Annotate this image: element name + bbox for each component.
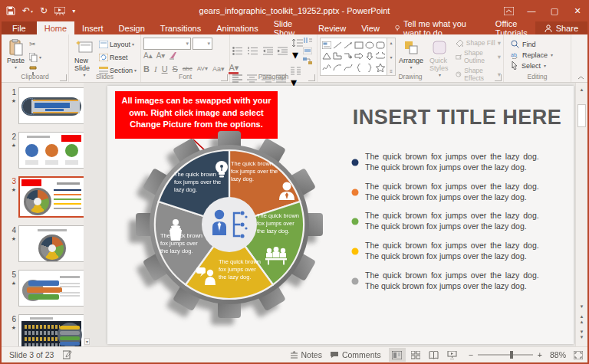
gear-graphic xyxy=(114,110,344,339)
align-text-button[interactable] xyxy=(303,48,312,54)
shape-outline-button[interactable]: Shape Outline▾ xyxy=(456,49,501,64)
text-direction-button[interactable] xyxy=(303,38,312,44)
thumbnail-slide-4[interactable]: 4★ xyxy=(3,225,84,262)
thumbnail-slide-2[interactable]: 2★ xyxy=(3,132,84,169)
powerpoint-window: ↶▾ ↻ ▾ gears_infographic_toolkit_19252.p… xyxy=(0,0,589,364)
italic-button[interactable]: I xyxy=(154,64,157,74)
reading-view-button[interactable] xyxy=(426,348,443,362)
reset-button[interactable]: Reset xyxy=(97,51,138,63)
thumbnail-slide-5[interactable]: 5★ xyxy=(3,270,84,307)
find-button[interactable]: Find xyxy=(511,40,553,48)
font-name-combobox[interactable]: ▾ xyxy=(143,38,191,50)
vertical-scrollbar[interactable]: ▲ ▼ ▲▲ ▼▼ xyxy=(575,83,587,346)
segment-text-presenter: The quick brown fox jumps over the lazy … xyxy=(160,232,205,254)
shapes-scroll-up-icon[interactable]: ▴ xyxy=(390,40,392,45)
strikethrough-button[interactable]: S xyxy=(173,64,178,74)
next-slide-button[interactable]: ▼▼ xyxy=(577,330,586,340)
scroll-down-icon[interactable]: ▼ xyxy=(577,301,586,311)
tell-me-box[interactable]: Tell me what you want to do... xyxy=(387,21,488,34)
tab-slideshow[interactable]: Slide Show xyxy=(266,21,311,34)
underline-button[interactable]: U xyxy=(162,64,168,74)
office-tutorials-link[interactable]: Office Tutorials xyxy=(488,21,535,34)
start-slideshow-icon[interactable] xyxy=(54,7,65,15)
numbering-button[interactable] xyxy=(248,47,258,55)
font-size-combobox[interactable]: ▾ xyxy=(192,38,212,50)
save-icon[interactable] xyxy=(6,6,15,15)
slide-indicator: Slide 3 of 23 xyxy=(9,350,54,359)
close-icon[interactable]: ✕ xyxy=(566,0,589,21)
thumbnail-slide-3[interactable]: 3★ xyxy=(3,176,87,218)
tab-home[interactable]: Home xyxy=(37,21,74,34)
clipboard-dialog-launcher[interactable] xyxy=(60,74,67,81)
collapse-ribbon-icon[interactable] xyxy=(577,75,584,80)
zoom-in-icon[interactable]: + xyxy=(538,350,542,359)
text-shadow-button[interactable]: abc xyxy=(183,64,192,74)
scroll-up-icon[interactable]: ▲ xyxy=(577,84,586,94)
bullet-list[interactable]: The quick brown fox jumps over the lazy … xyxy=(351,152,572,292)
thumbnail-scroll-down-icon[interactable]: ▾ xyxy=(84,338,90,345)
slide-title[interactable]: INSERT TITLE HERE xyxy=(344,106,571,130)
normal-view-button[interactable] xyxy=(389,348,406,362)
redo-icon[interactable]: ↻ xyxy=(40,5,48,16)
slide-sorter-view-button[interactable] xyxy=(407,348,424,362)
drawing-dialog-launcher[interactable] xyxy=(495,74,502,81)
comments-button[interactable]: Comments xyxy=(330,350,381,359)
shape-fill-button[interactable]: Shape Fill▾ xyxy=(456,39,501,47)
slideshow-view-button[interactable] xyxy=(444,348,461,362)
decrease-indent-button[interactable] xyxy=(263,47,273,55)
tab-file[interactable]: File xyxy=(2,21,37,34)
animation-star-icon: ★ xyxy=(3,143,16,149)
shape-fill-icon xyxy=(456,39,464,47)
paragraph-dialog-launcher[interactable] xyxy=(308,74,315,81)
scrollbar-thumb[interactable] xyxy=(577,104,586,127)
undo-icon[interactable]: ↶▾ xyxy=(22,5,33,16)
clear-formatting-button[interactable] xyxy=(169,51,178,60)
shapes-gallery-scroll[interactable]: ▴ ▾ ≡ xyxy=(387,38,396,76)
slide-thumbnail-panel: 1★ 2★ xyxy=(2,83,90,346)
tab-design[interactable]: Design xyxy=(111,21,153,34)
slide-editing-surface[interactable]: All images can be swapped with your own.… xyxy=(107,86,574,344)
line-spacing-button[interactable]: ▾ xyxy=(292,39,303,62)
thumbnail-slide-1[interactable]: 1★ xyxy=(3,87,84,124)
maximize-icon[interactable]: ▢ xyxy=(543,0,566,21)
bullets-button[interactable] xyxy=(232,47,243,55)
segment-text-idea: The quick brown fox jumps over the lazy … xyxy=(174,171,222,193)
tab-view[interactable]: View xyxy=(354,21,387,34)
thumbnail-scrollbar[interactable]: ▾ xyxy=(84,83,90,346)
layout-button[interactable]: Layout▾ xyxy=(97,38,138,50)
previous-slide-button[interactable]: ▲▲ xyxy=(577,314,586,325)
gear-infographic[interactable]: The quick brown fox jumps over the lazy … xyxy=(114,110,344,339)
cut-button[interactable]: ✂ xyxy=(28,38,43,50)
select-button[interactable]: Select▾ xyxy=(511,61,553,70)
tab-insert[interactable]: Insert xyxy=(74,21,111,34)
editing-group: Find ab Replace▾ Select▾ Editing xyxy=(504,34,571,82)
bold-button[interactable]: B xyxy=(143,64,150,74)
tab-animations[interactable]: Animations xyxy=(209,21,265,34)
share-button[interactable]: Share xyxy=(535,21,587,34)
notes-button[interactable]: Notes xyxy=(290,350,322,359)
fit-slide-to-window-icon[interactable] xyxy=(574,351,583,359)
tab-transitions[interactable]: Transitions xyxy=(153,21,209,34)
shapes-gallery[interactable] xyxy=(320,38,387,76)
zoom-out-icon[interactable]: − xyxy=(469,350,473,359)
increase-indent-button[interactable] xyxy=(278,47,288,55)
bullet-item: The quick brown fox jumps over the lazy … xyxy=(351,271,572,292)
copy-button[interactable]: ▾ xyxy=(28,51,43,63)
character-spacing-button[interactable]: AV▾ xyxy=(197,64,208,74)
change-case-button[interactable]: Aa▾ xyxy=(212,64,225,74)
person-icon xyxy=(545,25,552,32)
zoom-slider[interactable] xyxy=(478,354,533,356)
tab-review[interactable]: Review xyxy=(311,21,354,34)
zoom-slider-thumb[interactable] xyxy=(510,351,513,359)
customize-qat-icon[interactable]: ▾ xyxy=(72,8,75,15)
convert-smartart-button[interactable] xyxy=(303,57,312,64)
decrease-font-size-button[interactable]: A▾ xyxy=(156,51,166,60)
display-settings-icon[interactable] xyxy=(63,350,73,359)
zoom-level[interactable]: 88% xyxy=(550,350,566,359)
thumbnail-slide-6[interactable]: 6★ xyxy=(3,314,84,346)
font-dialog-launcher[interactable] xyxy=(221,74,228,81)
paragraph-group: ▾ ▾ Paragraph xyxy=(230,34,318,82)
shapes-scroll-down-icon[interactable]: ▾ xyxy=(390,54,392,60)
replace-button[interactable]: ab Replace▾ xyxy=(511,51,553,59)
increase-font-size-button[interactable]: A▴ xyxy=(143,51,153,60)
